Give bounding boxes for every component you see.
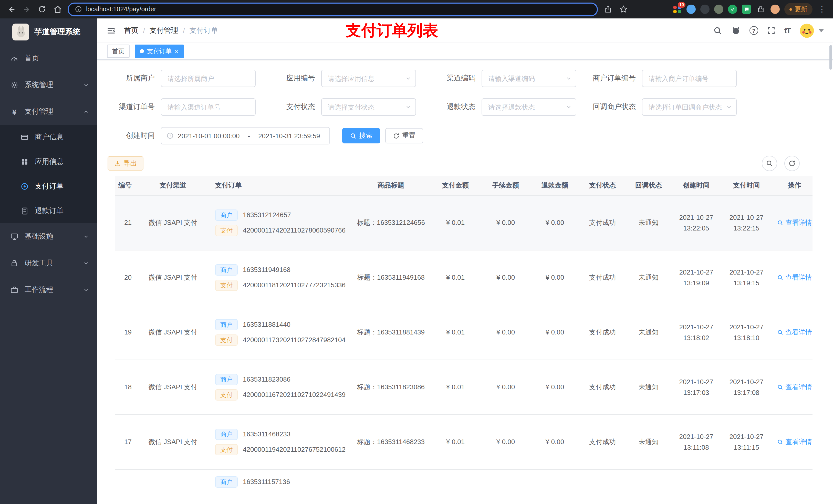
- browser-menu-icon[interactable]: ⋮: [817, 5, 827, 14]
- date-range-picker[interactable]: 2021-10-01 00:00:00 - 2021-10-31 23:59:5…: [161, 127, 330, 144]
- extension-dark-icon[interactable]: [700, 5, 710, 14]
- sidebar-item-payment[interactable]: ¥ 支付管理: [0, 98, 97, 125]
- github-icon[interactable]: [731, 26, 741, 35]
- filter-label-pay-status: 支付状态: [268, 102, 321, 112]
- url-text[interactable]: localhost:1024/pay/order: [86, 6, 156, 13]
- view-detail-link[interactable]: 查看详情: [777, 437, 812, 447]
- browser-update-button[interactable]: 更新: [784, 3, 812, 15]
- date-separator: -: [248, 132, 250, 140]
- close-icon[interactable]: ×: [175, 48, 178, 54]
- pinned-extension-icon[interactable]: 10: [673, 5, 682, 14]
- channel-code-select[interactable]: [481, 70, 576, 87]
- chevron-down-icon: [83, 287, 89, 293]
- search-button[interactable]: 搜索: [342, 128, 380, 143]
- cell-refund: ¥ 0.00: [530, 360, 579, 414]
- col-create-time: 创建时间: [672, 176, 721, 195]
- cell-channel: 微信 JSAPI 支付: [136, 414, 210, 469]
- view-detail-link[interactable]: 查看详情: [777, 218, 812, 227]
- payment-submenu: 商户信息 应用信息 支付订单 退款订单: [0, 125, 97, 223]
- tags-view-bar: 首页 支付订单 ×: [97, 43, 833, 60]
- cell-create-time: 2021-10-2713:22:05: [672, 195, 721, 250]
- extension-green-check-icon[interactable]: [728, 5, 737, 14]
- toggle-search-button[interactable]: [762, 156, 777, 171]
- sidebar-item-merchant-info[interactable]: 商户信息: [0, 125, 97, 149]
- address-bar[interactable]: localhost:1024/pay/order: [68, 2, 598, 16]
- sidebar-item-system[interactable]: 系统管理: [0, 72, 97, 98]
- date-end-value[interactable]: 2021-10-31 23:59:59: [258, 132, 320, 140]
- back-icon[interactable]: [6, 4, 16, 14]
- extension-olive-icon[interactable]: [714, 5, 723, 14]
- share-icon[interactable]: [603, 4, 613, 14]
- browser-profile-avatar[interactable]: [770, 5, 780, 14]
- merchant-select-input[interactable]: [161, 70, 256, 87]
- breadcrumb-separator: /: [143, 26, 145, 34]
- sidebar-item-dev-tools[interactable]: 研发工具: [0, 250, 97, 277]
- breadcrumb-home[interactable]: 首页: [124, 26, 138, 35]
- search-icon: [766, 160, 773, 167]
- breadcrumb-payment[interactable]: 支付管理: [149, 26, 178, 35]
- date-start-value[interactable]: 2021-10-01 00:00:00: [178, 132, 239, 140]
- export-button[interactable]: 导出: [108, 156, 143, 171]
- sidebar-item-workflow[interactable]: 工作流程: [0, 277, 97, 303]
- view-detail-link[interactable]: 查看详情: [777, 382, 812, 391]
- merchant-tag: 商户: [215, 209, 238, 220]
- reset-button[interactable]: 重置: [385, 128, 423, 143]
- sidebar-toggle-icon[interactable]: [106, 26, 116, 35]
- extensions-puzzle-icon[interactable]: [756, 4, 766, 14]
- extension-chat-icon[interactable]: [742, 5, 751, 14]
- bookmark-star-icon[interactable]: [618, 4, 628, 14]
- merchant-order-no: 1635312124657: [243, 211, 291, 219]
- tab-label: 支付订单: [147, 47, 172, 55]
- scrollbar-thumb[interactable]: [829, 45, 832, 70]
- sidebar-item-label: 支付订单: [35, 182, 64, 191]
- app-select[interactable]: [321, 70, 416, 87]
- extension-blue-icon[interactable]: [687, 5, 696, 14]
- user-menu[interactable]: [799, 23, 824, 38]
- chevron-down-icon: [83, 260, 89, 266]
- sidebar-item-refund-order[interactable]: 退款订单: [0, 199, 97, 223]
- pay-tag: 支付: [215, 389, 238, 400]
- refund-status-select[interactable]: [481, 98, 576, 116]
- page-content: 所属商户 应用编号 渠道编码: [97, 60, 833, 504]
- active-dot-icon: [140, 49, 144, 53]
- notify-status-select[interactable]: [642, 98, 737, 116]
- refresh-icon: [788, 160, 795, 167]
- card-icon: [21, 133, 29, 141]
- forward-icon[interactable]: [22, 4, 32, 14]
- tab-pay-order[interactable]: 支付订单 ×: [135, 45, 184, 58]
- cell-id: 19: [115, 305, 136, 360]
- refresh-icon[interactable]: [37, 4, 47, 14]
- font-size-icon[interactable]: tT: [784, 26, 790, 35]
- cell-id: 18: [115, 360, 136, 414]
- site-info-icon[interactable]: [75, 6, 82, 13]
- sidebar-item-app-info[interactable]: 应用信息: [0, 149, 97, 174]
- view-detail-link[interactable]: 查看详情: [777, 273, 812, 282]
- fullscreen-icon[interactable]: [767, 26, 776, 35]
- merchant-order-no-input[interactable]: [642, 70, 737, 87]
- home-icon[interactable]: [52, 4, 63, 14]
- tab-home[interactable]: 首页: [107, 45, 129, 58]
- sidebar-item-pay-order[interactable]: 支付订单: [0, 174, 97, 199]
- pay-order-no: 4200001194202110276752100612: [243, 446, 346, 453]
- sidebar: 芋道管理系统 首页 系统管理 ¥ 支付管理 商户信息: [0, 19, 97, 504]
- filter-label-merchant: 所属商户: [108, 74, 161, 83]
- pay-order-no: 4200001173202110272847982104: [243, 336, 346, 344]
- pay-status-select[interactable]: [321, 98, 416, 116]
- cell-refund: ¥ 0.00: [530, 305, 579, 360]
- cell-pay-order: 商户1635311949168 支付4200001181202110277723…: [210, 250, 352, 305]
- refresh-table-button[interactable]: [784, 156, 800, 171]
- col-channel: 支付渠道: [136, 176, 210, 195]
- view-detail-link[interactable]: 查看详情: [777, 328, 812, 337]
- search-icon: [777, 384, 783, 390]
- cell-notify: 未通知: [625, 250, 672, 305]
- search-icon: [777, 439, 783, 445]
- search-icon[interactable]: [713, 26, 722, 35]
- download-icon: [114, 160, 121, 167]
- sidebar-item-home[interactable]: 首页: [0, 45, 97, 72]
- browser-extensions-area: 10 更新 ⋮: [673, 3, 827, 15]
- channel-order-no-input[interactable]: [161, 98, 256, 116]
- chevron-down-icon: [83, 82, 89, 88]
- app-logo[interactable]: 芋道管理系统: [0, 19, 97, 45]
- help-icon[interactable]: ?: [749, 26, 758, 35]
- sidebar-item-infrastructure[interactable]: 基础设施: [0, 223, 97, 250]
